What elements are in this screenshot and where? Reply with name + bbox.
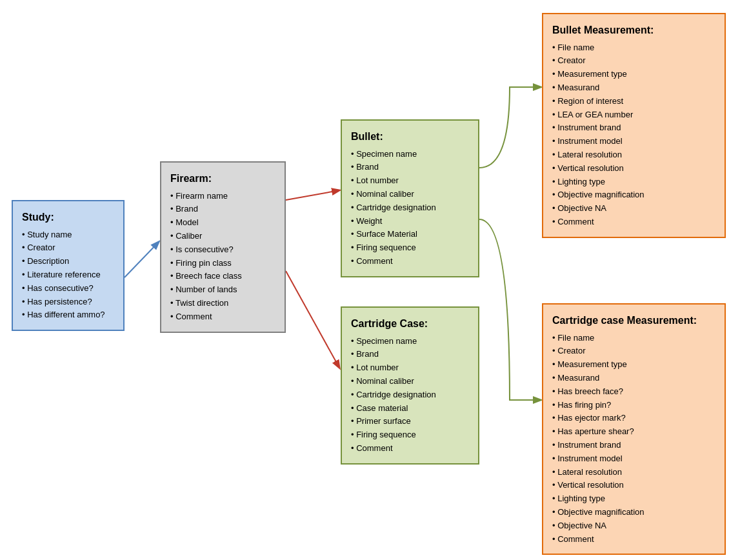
- bullet-item-8: Comment: [351, 255, 469, 268]
- cartridge-measurement-title: Cartridge case Measurement:: [552, 312, 715, 329]
- bullet-measurement-items: File name Creator Measurement type Measu…: [552, 41, 715, 229]
- study-item-0: Study name: [22, 228, 114, 242]
- study-item-1: Creator: [22, 241, 114, 255]
- cm-item-13: Objective magnification: [552, 506, 715, 519]
- bm-item-12: Objective NA: [552, 202, 715, 215]
- bm-item-6: Instrument brand: [552, 121, 715, 135]
- bullet-box: Bullet: Specimen name Brand Lot number N…: [341, 119, 479, 277]
- bm-item-5: LEA or GEA number: [552, 108, 715, 122]
- bullet-measurement-title: Bullet Measurement:: [552, 22, 715, 39]
- cm-item-6: Has ejector mark?: [552, 412, 715, 425]
- cm-item-15: Comment: [552, 533, 715, 546]
- firearm-box: Firearm: Firearm name Brand Model Calibe…: [160, 161, 286, 333]
- cm-item-8: Instrument brand: [552, 439, 715, 452]
- cm-item-0: File name: [552, 332, 715, 345]
- firearm-item-4: Is consecutive?: [170, 243, 275, 257]
- cm-item-7: Has aperture shear?: [552, 425, 715, 439]
- firearm-items: Firearm name Brand Model Caliber Is cons…: [170, 190, 275, 324]
- cm-item-2: Measurement type: [552, 358, 715, 372]
- firearm-item-2: Model: [170, 216, 275, 230]
- bm-item-3: Measurand: [552, 81, 715, 95]
- cartridge-item-2: Lot number: [351, 361, 469, 375]
- bm-item-11: Objective magnification: [552, 188, 715, 202]
- svg-line-0: [125, 242, 159, 277]
- svg-line-1: [286, 190, 339, 200]
- cm-item-3: Measurand: [552, 372, 715, 385]
- bm-item-0: File name: [552, 41, 715, 55]
- bm-item-13: Comment: [552, 215, 715, 229]
- bullet-item-2: Lot number: [351, 174, 469, 188]
- bullet-item-7: Firing sequence: [351, 241, 469, 255]
- cm-item-5: Has firing pin?: [552, 399, 715, 412]
- svg-line-2: [286, 271, 339, 368]
- firearm-item-6: Breech face class: [170, 270, 275, 283]
- study-item-5: Has persistence?: [22, 295, 114, 309]
- bullet-item-1: Brand: [351, 161, 469, 174]
- firearm-item-5: Firing pin class: [170, 257, 275, 270]
- bullet-items: Specimen name Brand Lot number Nominal c…: [351, 148, 469, 268]
- cartridge-item-6: Primer surface: [351, 415, 469, 428]
- bullet-item-4: Cartridge designation: [351, 201, 469, 215]
- bullet-title: Bullet:: [351, 128, 469, 145]
- cm-item-10: Lateral resolution: [552, 466, 715, 479]
- cartridge-item-4: Cartridge designation: [351, 388, 469, 402]
- cartridge-items: Specimen name Brand Lot number Nominal c…: [351, 335, 469, 455]
- bm-item-9: Vertical resolution: [552, 162, 715, 175]
- firearm-title: Firearm:: [170, 170, 275, 187]
- cartridge-item-7: Firing sequence: [351, 428, 469, 442]
- cartridge-item-3: Nominal caliber: [351, 375, 469, 388]
- diagram-container: Study: Study name Creator Description Li…: [0, 0, 740, 560]
- study-item-2: Description: [22, 255, 114, 268]
- cartridge-title: Cartridge Case:: [351, 315, 469, 332]
- cm-item-12: Lighting type: [552, 492, 715, 506]
- firearm-item-1: Brand: [170, 203, 275, 216]
- cartridge-item-5: Case material: [351, 402, 469, 415]
- bm-item-4: Region of interest: [552, 95, 715, 108]
- bullet-measurement-box: Bullet Measurement: File name Creator Me…: [542, 13, 726, 238]
- bullet-item-3: Nominal caliber: [351, 188, 469, 201]
- study-box: Study: Study name Creator Description Li…: [12, 200, 125, 331]
- study-items: Study name Creator Description Literatur…: [22, 228, 114, 323]
- cm-item-9: Instrument model: [552, 452, 715, 466]
- cartridge-item-1: Brand: [351, 348, 469, 361]
- study-item-6: Has different ammo?: [22, 308, 114, 322]
- cartridge-item-8: Comment: [351, 442, 469, 455]
- bullet-item-0: Specimen name: [351, 148, 469, 161]
- bm-item-7: Instrument model: [552, 135, 715, 148]
- cartridge-measurement-items: File name Creator Measurement type Measu…: [552, 332, 715, 546]
- cm-item-11: Vertical resolution: [552, 479, 715, 492]
- firearm-item-3: Caliber: [170, 230, 275, 243]
- bm-item-8: Lateral resolution: [552, 148, 715, 162]
- study-item-3: Literature reference: [22, 268, 114, 282]
- cartridge-measurement-box: Cartridge case Measurement: File name Cr…: [542, 303, 726, 555]
- firearm-item-8: Twist direction: [170, 297, 275, 310]
- bm-item-2: Measurement type: [552, 68, 715, 81]
- cartridge-box: Cartridge Case: Specimen name Brand Lot …: [341, 306, 479, 465]
- study-item-4: Has consecutive?: [22, 282, 114, 295]
- bullet-item-5: Weight: [351, 215, 469, 228]
- firearm-item-7: Number of lands: [170, 283, 275, 297]
- firearm-item-9: Comment: [170, 310, 275, 324]
- cm-item-4: Has breech face?: [552, 385, 715, 399]
- bullet-item-6: Surface Material: [351, 228, 469, 241]
- cm-item-1: Creator: [552, 345, 715, 358]
- cartridge-item-0: Specimen name: [351, 335, 469, 348]
- cm-item-14: Objective NA: [552, 519, 715, 533]
- firearm-item-0: Firearm name: [170, 190, 275, 203]
- bm-item-1: Creator: [552, 54, 715, 68]
- bm-item-10: Lighting type: [552, 175, 715, 189]
- study-title: Study:: [22, 209, 114, 226]
